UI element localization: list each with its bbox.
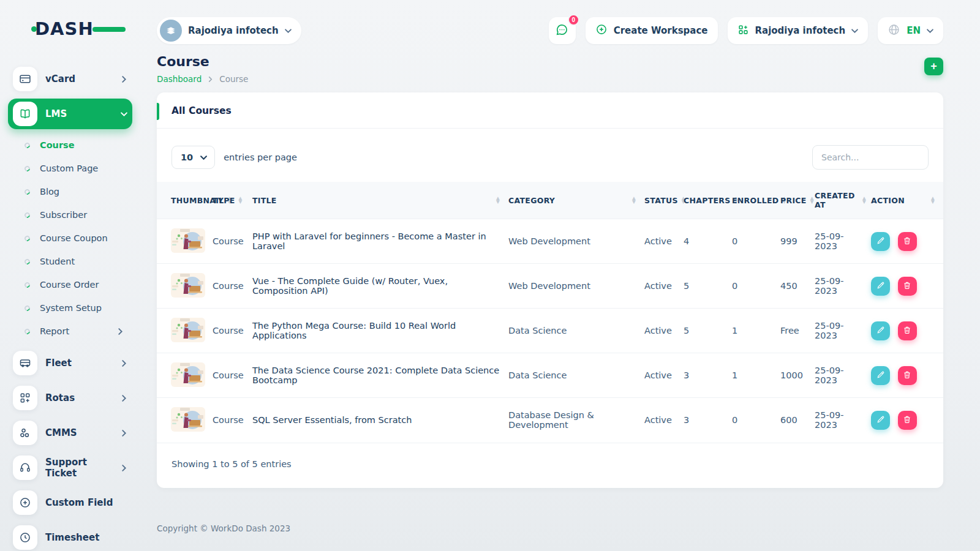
entries-select[interactable]: 10 xyxy=(172,146,215,169)
course-thumbnail-image[interactable] xyxy=(171,362,205,387)
sidebar-item-fleet[interactable]: Fleet xyxy=(8,348,132,378)
created-at-cell: 25-09-2023 xyxy=(815,264,871,309)
edit-button[interactable] xyxy=(871,321,890,340)
subitem-label: Course Order xyxy=(40,280,126,290)
table-body: Course PHP with Laravel for beginners - … xyxy=(157,219,943,443)
type-cell: Course xyxy=(213,309,252,353)
search-input[interactable] xyxy=(812,145,929,170)
edit-button[interactable] xyxy=(871,232,890,251)
brand-logo[interactable]: DASH xyxy=(35,18,108,39)
subitem-label: Subscriber xyxy=(40,210,126,220)
col-enrolled[interactable]: ENROLLED▲▼ xyxy=(732,182,780,219)
entries-per-page: 10 entries per page xyxy=(172,146,297,169)
bullet-icon xyxy=(23,281,31,289)
language-code: EN xyxy=(907,25,921,36)
plus-circle-icon xyxy=(595,23,608,38)
sidebar-subitem-system-setup[interactable]: System Setup xyxy=(8,296,132,320)
sidebar-item-cmms[interactable]: CMMS xyxy=(8,418,132,448)
globe-icon xyxy=(888,23,900,39)
course-thumbnail-image[interactable] xyxy=(171,318,205,342)
category-cell: Database Design & Development xyxy=(508,398,644,443)
col-created-at[interactable]: CREATED AT▲▼ xyxy=(815,182,871,219)
sidebar-item-rotas[interactable]: Rotas xyxy=(8,383,132,413)
course-thumbnail-image[interactable] xyxy=(171,228,205,253)
sidebar-item-lms[interactable]: LMS xyxy=(8,99,132,129)
create-workspace-button[interactable]: Create Workspace xyxy=(586,17,718,44)
sidebar-subitem-course[interactable]: Course xyxy=(8,133,132,157)
sidebar-subitem-student[interactable]: Student xyxy=(8,250,132,273)
table-row: Course PHP with Laravel for beginners - … xyxy=(157,219,943,264)
category-cell: Web Development xyxy=(508,264,644,309)
col-chapters[interactable]: CHAPTERS▲▼ xyxy=(684,182,732,219)
enrolled-cell: 0 xyxy=(732,264,780,309)
delete-button[interactable] xyxy=(898,366,917,385)
sidebar-subitem-custom-page[interactable]: Custom Page xyxy=(8,157,132,180)
edit-button[interactable] xyxy=(871,366,890,385)
chevron-right-icon xyxy=(208,77,213,82)
col-thumbnail[interactable]: THUMBNAIL▲▼ xyxy=(157,182,213,219)
type-cell: Course xyxy=(213,353,252,398)
language-selector[interactable]: EN xyxy=(878,17,943,44)
sidebar-item-label: vCard xyxy=(45,73,113,84)
sidebar-item-support-ticket[interactable]: Support Ticket xyxy=(8,452,132,483)
chevron-down-icon xyxy=(927,28,933,34)
messages-button[interactable]: 0 xyxy=(549,17,576,44)
edit-button[interactable] xyxy=(871,277,890,296)
chevron-down-icon xyxy=(200,154,207,161)
workspace-selector[interactable]: Rajodiya infotech xyxy=(157,17,301,44)
bullet-icon xyxy=(23,234,31,242)
thumbnail-cell xyxy=(157,353,213,398)
sidebar: DASH vCard LMS Course Custom Page xyxy=(0,0,142,551)
action-cell xyxy=(871,219,943,264)
enrolled-cell: 0 xyxy=(732,398,780,443)
delete-button[interactable] xyxy=(898,321,917,340)
bullet-icon xyxy=(23,304,31,312)
sort-arrows-icon: ▲▼ xyxy=(496,197,500,203)
subitem-label: Blog xyxy=(40,187,126,197)
entries-select-value: 10 xyxy=(181,152,193,162)
price-cell: 999 xyxy=(780,219,815,264)
sidebar-subitem-blog[interactable]: Blog xyxy=(8,180,132,203)
col-action[interactable]: ACTION▲▼ xyxy=(871,182,943,219)
created-at-cell: 25-09-2023 xyxy=(815,219,871,264)
price-cell: Free xyxy=(780,309,815,353)
account-menu[interactable]: Rajodiya infotech xyxy=(728,17,869,44)
action-cell xyxy=(871,398,943,443)
delete-button[interactable] xyxy=(898,411,917,430)
sidebar-subitem-course-coupon[interactable]: Course Coupon xyxy=(8,227,132,250)
main-content: Rajodiya infotech 0 Create Workspace xyxy=(142,0,980,551)
course-thumbnail-image[interactable] xyxy=(171,407,205,432)
title-cell: The Data Science Course 2021: Complete D… xyxy=(252,353,508,398)
col-type[interactable]: TYPE▲▼ xyxy=(213,182,252,219)
sidebar-item-label: Timesheet xyxy=(45,532,127,543)
chat-bubble-icon xyxy=(555,23,569,39)
col-title[interactable]: TITLE▲▼ xyxy=(252,182,508,219)
chevron-right-icon xyxy=(121,360,127,367)
trash-icon xyxy=(903,326,911,336)
chapters-cell: 3 xyxy=(684,353,732,398)
sidebar-subitem-subscriber[interactable]: Subscriber xyxy=(8,203,132,227)
page-heading: Course Dashboard Course xyxy=(157,54,248,84)
course-thumbnail-image[interactable] xyxy=(171,273,205,298)
sidebar-item-custom-field[interactable]: Custom Field xyxy=(8,487,132,518)
breadcrumb-current: Course xyxy=(219,74,248,84)
sidebar-subitem-report[interactable]: Report xyxy=(8,320,132,343)
col-status[interactable]: STATUS▲▼ xyxy=(644,182,684,219)
book-open-icon xyxy=(13,102,37,126)
sidebar-item-timesheet[interactable]: Timesheet xyxy=(8,522,132,551)
clock-icon xyxy=(13,525,37,550)
sidebar-item-vcard[interactable]: vCard xyxy=(8,64,132,94)
sidebar-subitem-course-order[interactable]: Course Order xyxy=(8,273,132,296)
edit-button[interactable] xyxy=(871,411,890,430)
action-cell xyxy=(871,353,943,398)
col-category[interactable]: CATEGORY▲▼ xyxy=(508,182,644,219)
delete-button[interactable] xyxy=(898,232,917,251)
courses-table: THUMBNAIL▲▼ TYPE▲▼ TITLE▲▼ CATEGORY▲▼ ST… xyxy=(157,182,943,443)
workspace-name: Rajodiya infotech xyxy=(188,25,279,36)
thumbnail-cell xyxy=(157,219,213,264)
status-cell: Active xyxy=(644,264,684,309)
breadcrumb-dashboard-link[interactable]: Dashboard xyxy=(157,74,202,84)
col-price[interactable]: PRICE▲▼ xyxy=(780,182,815,219)
add-course-button[interactable]: + xyxy=(924,58,943,75)
delete-button[interactable] xyxy=(898,277,917,296)
